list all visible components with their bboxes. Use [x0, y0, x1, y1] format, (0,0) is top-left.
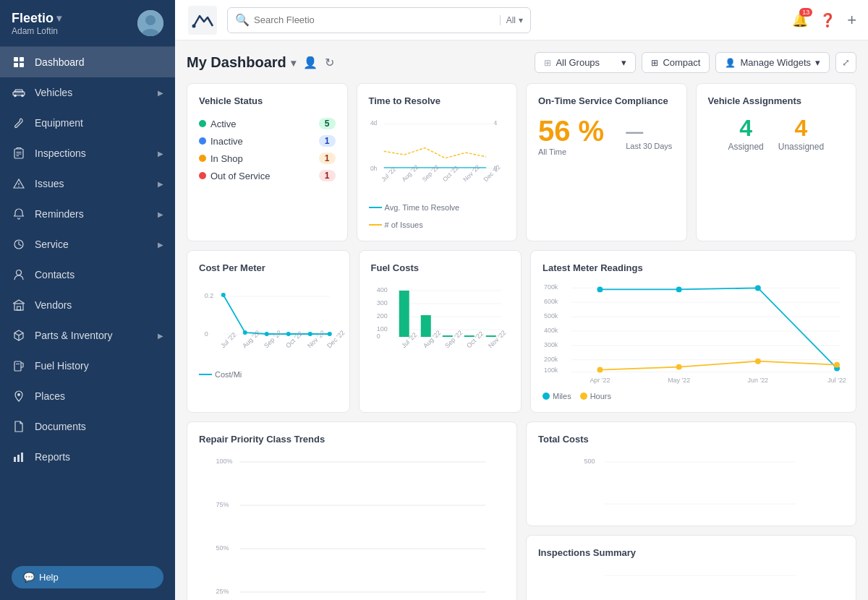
avatar[interactable] — [137, 10, 163, 36]
svg-text:Dec '22: Dec '22 — [482, 163, 501, 183]
inshop-dot — [199, 155, 206, 162]
status-inshop: In Shop 1 — [199, 150, 336, 167]
time-to-resolve-chart: 4d 0h 4 0 Jul '22 Aug '22 Sep '22 — [369, 115, 506, 194]
refresh-button[interactable]: ↻ — [325, 56, 334, 69]
manage-widgets-button[interactable]: 👤 Manage Widgets ▾ — [715, 52, 830, 73]
group-filter-dropdown[interactable]: ⊞ All Groups ▾ — [535, 52, 636, 73]
sidebar-item-dashboard[interactable]: Dashboard — [0, 47, 175, 77]
chat-icon: 💬 — [23, 572, 35, 583]
chevron-down-icon[interactable]: ▾ — [291, 57, 296, 69]
notification-button[interactable]: 🔔 13 — [792, 12, 808, 28]
inspections-summary-chart — [538, 567, 844, 600]
unassigned-label: Unassigned — [778, 142, 824, 152]
widgets-row-3: Repair Priority Class Trends 100% 75% 50… — [187, 421, 856, 600]
add-button[interactable]: + — [847, 11, 856, 30]
search-bar[interactable]: 🔍 All ▾ — [227, 7, 531, 33]
svg-text:200k: 200k — [544, 356, 558, 363]
search-filter-dropdown[interactable]: All ▾ — [500, 15, 523, 25]
help-question-button[interactable]: ❓ — [820, 12, 835, 28]
grid-icon — [12, 55, 26, 69]
oos-dot — [199, 172, 206, 179]
svg-text:Nov '22: Nov '22 — [487, 329, 507, 349]
svg-rect-67 — [420, 315, 430, 337]
sidebar-item-inspections[interactable]: Inspections ▶ — [0, 138, 175, 168]
svg-text:Sep '22: Sep '22 — [443, 329, 464, 349]
svg-text:0h: 0h — [370, 165, 377, 172]
sidebar-item-parts-inventory[interactable]: Parts & Inventory ▶ — [0, 320, 175, 351]
svg-text:700k: 700k — [544, 283, 558, 291]
chevron-down-icon: ▾ — [621, 57, 626, 68]
assigned-count: 4 — [728, 115, 763, 142]
groups-icon: ⊞ — [544, 58, 551, 68]
search-input[interactable] — [254, 14, 495, 25]
sidebar-item-label: Vendors — [35, 299, 163, 311]
svg-rect-23 — [14, 457, 16, 462]
svg-text:0.2: 0.2 — [205, 292, 214, 299]
bell-icon — [12, 207, 26, 221]
sidebar-item-places[interactable]: Places — [0, 381, 175, 411]
svg-point-97 — [834, 362, 840, 368]
svg-rect-20 — [14, 361, 21, 371]
svg-point-94 — [597, 367, 603, 373]
compact-button[interactable]: ⊞ Compact — [642, 52, 710, 73]
dropdown-arrow-icon[interactable]: ▾ — [56, 12, 61, 24]
sidebar-item-label: Fuel History — [35, 360, 163, 372]
sidebar-item-vehicles[interactable]: Vehicles ▶ — [0, 77, 175, 108]
sidebar-item-label: Equipment — [35, 117, 163, 129]
chevron-right-icon: ▶ — [158, 150, 163, 158]
svg-text:600k: 600k — [544, 298, 558, 305]
svg-point-9 — [21, 95, 24, 98]
time-to-resolve-widget: Time to Resolve 4d 0h 4 0 Jul ' — [357, 83, 518, 241]
chevron-down-icon: ▾ — [519, 15, 523, 25]
sidebar-item-vendors[interactable]: Vendors — [0, 290, 175, 320]
fleetio-logo-icon — [188, 6, 217, 35]
sidebar-item-contacts[interactable]: Contacts — [0, 260, 175, 290]
svg-text:Oct '22: Oct '22 — [441, 164, 459, 183]
car-icon — [12, 85, 26, 100]
total-costs-widget: Total Costs 500 — [526, 421, 856, 526]
svg-point-47 — [286, 332, 291, 336]
widgets-row-1: Vehicle Status Active 5 Inactive 1 In Sh… — [187, 83, 856, 241]
sidebar-item-service[interactable]: Service ▶ — [0, 229, 175, 260]
svg-rect-25 — [21, 453, 23, 462]
sidebar-item-documents[interactable]: Documents — [0, 411, 175, 442]
svg-text:0: 0 — [205, 330, 208, 338]
svg-point-8 — [14, 95, 17, 98]
chevron-right-icon: ▶ — [158, 241, 163, 249]
widget-title: Inspections Summary — [538, 547, 844, 558]
compliance-percentage: 56 % — [538, 115, 604, 147]
fullscreen-button[interactable]: ⤢ — [835, 52, 856, 73]
svg-point-44 — [221, 293, 226, 297]
svg-text:100k: 100k — [544, 367, 558, 374]
sidebar-item-label: Parts & Inventory — [35, 330, 149, 341]
svg-text:4d: 4d — [370, 119, 377, 127]
sidebar-item-reminders[interactable]: Reminders ▶ — [0, 199, 175, 229]
compliance-30-value: — — [626, 121, 672, 142]
svg-point-1 — [145, 15, 156, 25]
widgets-row-2: Cost Per Meter 0.2 0 Jul '22 Aug '22 Sep… — [187, 250, 856, 413]
dashboard-actions: ⊞ All Groups ▾ ⊞ Compact 👤 Manage Widget… — [535, 52, 856, 73]
svg-rect-66 — [399, 291, 409, 337]
help-button[interactable]: 💬 Help — [12, 566, 163, 588]
sidebar-item-reports[interactable]: Reports — [0, 442, 175, 472]
fuel-costs-widget: Fuel Costs 400 300 200 100 0 — [359, 250, 522, 413]
svg-text:4: 4 — [493, 119, 497, 127]
vehicle-status-widget: Vehicle Status Active 5 Inactive 1 In Sh… — [187, 83, 348, 241]
clipboard-icon — [12, 146, 26, 160]
doc-icon — [12, 419, 26, 434]
chevron-right-icon: ▶ — [158, 210, 163, 218]
chart-legend: Avg. Time to Resolve # of Issues — [369, 203, 506, 229]
user-assign-button[interactable]: 👤 — [303, 56, 318, 69]
repair-priority-widget: Repair Priority Class Trends 100% 75% 50… — [187, 421, 517, 600]
sidebar-item-issues[interactable]: Issues ▶ — [0, 168, 175, 199]
svg-point-96 — [755, 359, 761, 364]
sidebar-item-equipment[interactable]: Equipment — [0, 108, 175, 138]
widget-title: Vehicle Assignments — [708, 95, 845, 106]
sidebar-item-fuel-history[interactable]: Fuel History — [0, 351, 175, 381]
miles-legend-dot — [542, 393, 550, 400]
svg-text:100%: 100% — [216, 458, 233, 465]
dashboard-header: My Dashboard ▾ 👤 ↻ ⊞ All Groups ▾ ⊞ Comp… — [187, 52, 856, 73]
svg-point-92 — [755, 285, 761, 291]
page-title: My Dashboard ▾ — [187, 54, 296, 71]
inactive-count: 1 — [319, 135, 336, 147]
